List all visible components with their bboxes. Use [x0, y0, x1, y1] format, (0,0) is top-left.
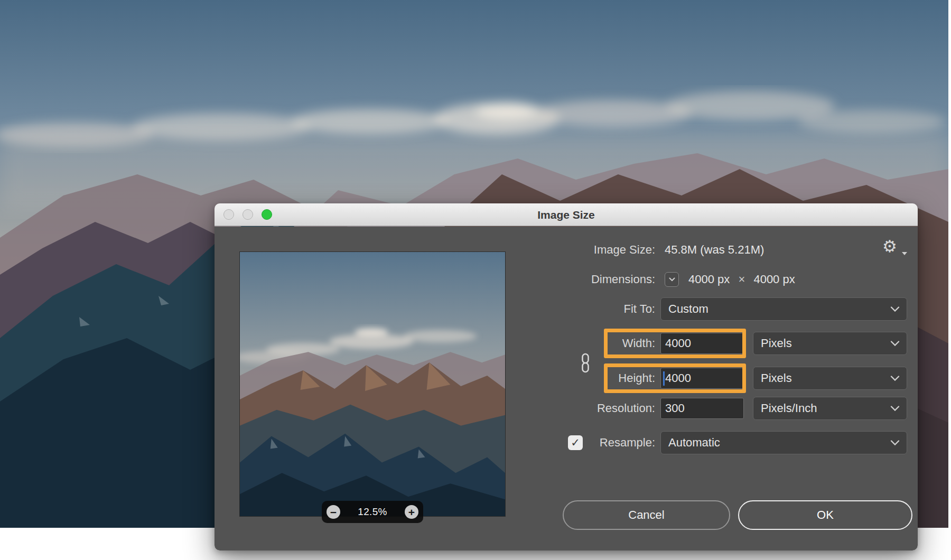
chevron-down-icon — [890, 376, 900, 381]
fit-to-select[interactable]: Custom — [660, 297, 907, 321]
dimensions-label: Dimensions: — [591, 272, 655, 287]
cancel-button[interactable]: Cancel — [563, 500, 730, 530]
dimensions-unit-button[interactable] — [665, 272, 679, 287]
dialog-title: Image Size — [215, 203, 918, 226]
chevron-down-icon — [890, 440, 900, 446]
resample-checkbox[interactable]: ✓ — [568, 435, 583, 450]
preview-image — [240, 252, 505, 516]
chevron-down-icon — [890, 406, 900, 412]
resample-label: Resample: — [600, 431, 655, 454]
close-button[interactable] — [223, 209, 234, 220]
width-unit-value: Pixels — [761, 337, 792, 350]
image-size-dialog: Image Size — [215, 203, 918, 550]
fit-to-label: Fit To: — [623, 297, 655, 321]
resolution-input[interactable] — [660, 398, 744, 419]
chevron-down-icon — [890, 341, 900, 347]
dimensions-value: 4000 px × 4000 px — [688, 272, 795, 287]
ok-button[interactable]: OK — [738, 500, 912, 530]
height-unit-select[interactable]: Pixels — [753, 367, 907, 390]
preview-zoom-control: − 12.5% + — [322, 501, 423, 523]
height-unit-value: Pixels — [761, 371, 792, 385]
checkmark-icon: ✓ — [571, 436, 580, 449]
dimensions-times-sign: × — [738, 273, 745, 286]
height-label: Height: — [618, 371, 655, 386]
resolution-label: Resolution: — [597, 398, 655, 419]
image-size-value: 45.8M (was 5.21M) — [665, 242, 764, 257]
zoom-level-value: 12.5% — [340, 506, 405, 518]
resolution-unit-select[interactable]: Pixels/Inch — [753, 397, 907, 420]
image-size-label: Image Size: — [594, 242, 655, 257]
zoom-in-button[interactable]: + — [405, 505, 418, 519]
dimensions-width-value: 4000 px — [688, 273, 730, 286]
gear-icon[interactable]: ⚙ — [882, 238, 897, 255]
zoom-window-button[interactable] — [262, 209, 272, 220]
zoom-out-button[interactable]: − — [327, 505, 340, 519]
width-input[interactable] — [660, 333, 744, 354]
width-unit-select[interactable]: Pixels — [753, 332, 907, 355]
fit-to-value: Custom — [668, 302, 708, 316]
screen: Image Size — [0, 0, 951, 560]
minimize-button[interactable] — [243, 209, 253, 220]
chevron-down-icon — [890, 306, 900, 312]
gear-caret-icon — [902, 252, 907, 255]
width-label: Width: — [622, 336, 655, 351]
resolution-unit-value: Pixels/Inch — [761, 402, 817, 415]
height-input[interactable] — [660, 368, 744, 389]
chevron-down-icon — [669, 277, 675, 282]
link-constrain-icon[interactable] — [579, 352, 592, 374]
dimensions-height-value: 4000 px — [753, 273, 795, 286]
resample-value: Automatic — [668, 436, 720, 450]
image-preview[interactable] — [239, 251, 506, 517]
resample-select[interactable]: Automatic — [660, 431, 907, 454]
dialog-titlebar[interactable]: Image Size — [215, 203, 918, 226]
